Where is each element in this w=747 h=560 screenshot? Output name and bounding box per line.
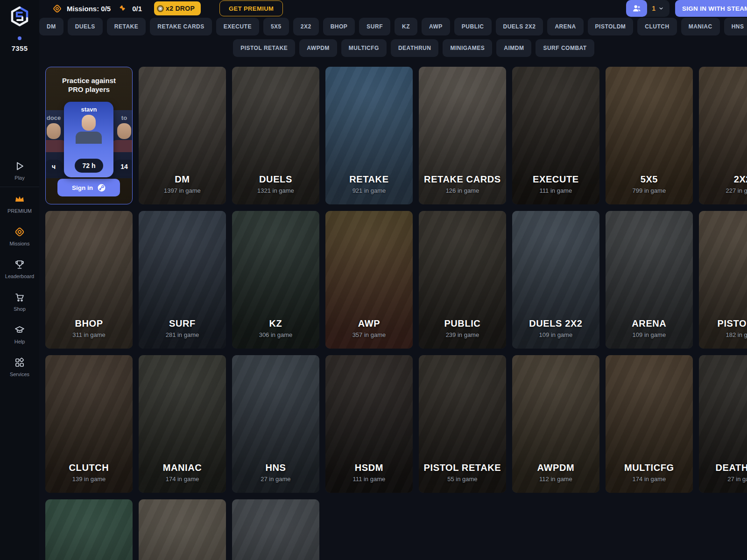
tickets-progress[interactable]: 0/1: [118, 4, 142, 13]
game-card-bhop[interactable]: BHOP 311 in game: [45, 211, 133, 349]
tab-pistol-retake[interactable]: PISTOL RETAKE: [233, 39, 295, 57]
play-icon: [14, 161, 25, 172]
tab-hns[interactable]: HNS: [724, 18, 747, 35]
sidebar: 7355 Play PREMIUM Missions Leaderboard S…: [0, 0, 39, 560]
missions-progress[interactable]: Missions: 0/5: [52, 4, 111, 14]
sidebar-item-leaderboard[interactable]: Leaderboard: [0, 252, 39, 285]
tab-bhop[interactable]: BHOP: [323, 18, 355, 35]
chevron-down-icon: [658, 6, 664, 11]
steam-button-label: SIGN IN WITH STEAM: [682, 5, 747, 12]
tabs-row-1: DMDUELSRETAKERETAKE CARDSEXECUTE5X52X2BH…: [39, 18, 747, 35]
pro-players-promo-card[interactable]: Practice against PRO players doce ч stav…: [45, 67, 133, 204]
server-title: RETAKE CARDS: [419, 174, 506, 185]
server-title: MANIAC: [139, 462, 226, 473]
server-player-count: 799 in game: [606, 187, 693, 194]
tabs-row-2: PISTOL RETAKEAWPDMMULTICFGDEATHRUNMINIGA…: [39, 39, 747, 57]
tab-5x5[interactable]: 5X5: [263, 18, 289, 35]
tab-arena[interactable]: ARENA: [547, 18, 583, 35]
game-card-retake-cards[interactable]: RETAKE CARDS 126 in game: [419, 67, 506, 204]
tab-2x2[interactable]: 2X2: [293, 18, 319, 35]
game-card-public[interactable]: PUBLIC 239 in game: [419, 211, 506, 349]
server-title: HNS: [232, 462, 319, 473]
sidebar-item-help[interactable]: Help: [0, 318, 39, 350]
promo-player-carousel: doce ч stavn 72 h to 14: [50, 100, 127, 179]
game-card-kz[interactable]: KZ 306 in game: [232, 211, 319, 349]
sidebar-item-missions[interactable]: Missions: [0, 220, 39, 252]
tab-retake[interactable]: RETAKE: [107, 18, 146, 35]
game-card-maniac[interactable]: MANIAC 174 in game: [139, 355, 226, 493]
server-player-count: 281 in game: [139, 331, 226, 338]
tab-maniac[interactable]: MANIAC: [681, 18, 720, 35]
server-title: HSDM: [325, 462, 413, 473]
server-image: [232, 499, 319, 560]
game-card-execute[interactable]: EXECUTE 111 in game: [512, 67, 599, 204]
game-card-dm[interactable]: DM 1397 in game: [139, 67, 226, 204]
tab-dm[interactable]: DM: [39, 18, 63, 35]
server-player-count: 239 in game: [419, 331, 506, 338]
server-title: CLUTCH: [45, 462, 133, 473]
game-card-partial-25[interactable]: [232, 499, 319, 560]
mode-filter-tabs: DMDUELSRETAKERETAKE CARDSEXECUTE5X52X2BH…: [39, 18, 747, 57]
game-card-arena[interactable]: ARENA 109 in game: [606, 211, 693, 349]
tab-execute[interactable]: EXECUTE: [216, 18, 259, 35]
server-image: [139, 499, 226, 560]
brand-logo-icon[interactable]: [9, 6, 30, 27]
game-card-deathrun[interactable]: DEATHRUN 27 in game: [699, 355, 747, 493]
game-card-clutch[interactable]: CLUTCH 139 in game: [45, 355, 133, 493]
game-card-awpdm[interactable]: AWPDM 112 in game: [512, 355, 599, 493]
game-card-2x2[interactable]: 2X2 227 in game: [699, 67, 747, 204]
sidebar-item-shop[interactable]: Shop: [0, 285, 39, 318]
sidebar-item-services[interactable]: Services: [0, 350, 39, 383]
server-player-count: 921 in game: [325, 187, 413, 194]
sign-in-steam-button[interactable]: SIGN IN WITH STEAM: [675, 0, 747, 17]
player-count-dropdown[interactable]: 1: [626, 0, 669, 17]
server-title: DUELS 2X2: [512, 318, 599, 329]
server-title: BHOP: [45, 318, 133, 329]
server-player-count: 311 in game: [45, 331, 133, 338]
game-card-hsdm[interactable]: HSDM 111 in game: [325, 355, 413, 493]
game-card-hns[interactable]: HNS 27 in game: [232, 355, 319, 493]
tab-clutch[interactable]: CLUTCH: [637, 18, 677, 35]
tab-public[interactable]: PUBLIC: [454, 18, 492, 35]
tab-kz[interactable]: KZ: [395, 18, 417, 35]
tab-duels[interactable]: DUELS: [68, 18, 103, 35]
tab-retake-cards[interactable]: RETAKE CARDS: [150, 18, 211, 35]
server-player-count: 126 in game: [419, 187, 506, 194]
server-image: [45, 499, 133, 560]
game-card-multicfg[interactable]: MULTICFG 174 in game: [606, 355, 693, 493]
player-count-value: 1: [652, 5, 655, 12]
tab-awp[interactable]: AWP: [422, 18, 450, 35]
game-card-pistoldm[interactable]: PISTOLDM 182 in game: [699, 211, 747, 349]
x2-drop-badge[interactable]: x2 DROP: [154, 1, 201, 15]
game-card-awp[interactable]: AWP 357 in game: [325, 211, 413, 349]
game-card-partial-24[interactable]: [139, 499, 226, 560]
server-player-count: 306 in game: [232, 331, 319, 338]
get-premium-button[interactable]: GET PREMIUM: [219, 0, 283, 16]
missions-label: Missions: 0/5: [67, 5, 111, 13]
game-card-surf[interactable]: SURF 281 in game: [139, 211, 226, 349]
tab-awpdm[interactable]: AWPDM: [299, 39, 337, 57]
server-player-count: 55 in game: [419, 476, 506, 483]
game-card-duels-2x2[interactable]: DUELS 2X2 109 in game: [512, 211, 599, 349]
tab-minigames[interactable]: MINIGAMES: [443, 39, 492, 57]
sidebar-item-play[interactable]: Play: [0, 154, 39, 187]
tab-pistoldm[interactable]: PISTOLDM: [588, 18, 634, 35]
tab-deathrun[interactable]: DEATHRUN: [391, 39, 438, 57]
promo-sign-in-button[interactable]: Sign in: [57, 179, 120, 196]
game-card-partial-23[interactable]: [45, 499, 133, 560]
game-card-pistol-retake[interactable]: PISTOL RETAKE 55 in game: [419, 355, 506, 493]
tab-surf[interactable]: SURF: [359, 18, 390, 35]
sidebar-item-premium[interactable]: PREMIUM: [0, 187, 39, 220]
tab-multicfg[interactable]: MULTICFG: [341, 39, 387, 57]
game-card-duels[interactable]: DUELS 1321 in game: [232, 67, 319, 204]
tab-aimdm[interactable]: AIMDM: [496, 39, 531, 57]
promo-title: Practice against PRO players: [54, 77, 124, 94]
server-player-count: 357 in game: [325, 331, 413, 338]
game-card-5x5[interactable]: 5X5 799 in game: [606, 67, 693, 204]
top-bar: Missions: 0/5 0/1 x2 DROP GET PREMIUM 1: [39, 0, 747, 17]
pro-player-card-center: stavn 72 h: [64, 102, 113, 177]
tab-duels-2x2[interactable]: DUELS 2X2: [496, 18, 543, 35]
tab-surf-combat[interactable]: SURF COMBAT: [536, 39, 594, 57]
game-card-retake[interactable]: RETAKE 921 in game: [325, 67, 413, 204]
server-title: DM: [139, 174, 226, 185]
